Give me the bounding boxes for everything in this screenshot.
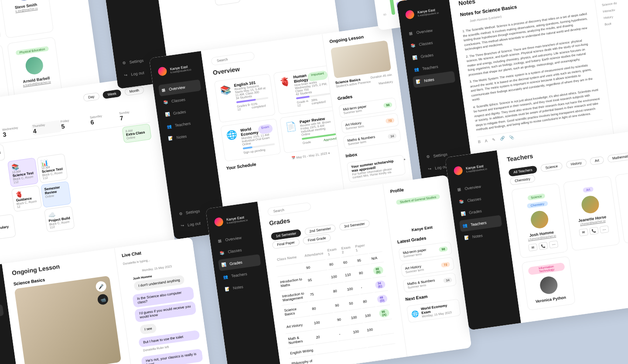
bold-icon[interactable]: B — [478, 139, 481, 144]
avatar — [24, 56, 44, 75]
phone-icon[interactable]: 📞 — [589, 227, 599, 235]
teachers-panel-2: Kanye Eastk.east@student.io ▦ Overview 📚… — [445, 125, 628, 330]
cal-event[interactable]: 📊10 AMScience TestBlock C, Room 112 — [37, 153, 68, 183]
cal-event[interactable]: 8 AMExtra ClassOnline — [122, 123, 152, 143]
avatar — [135, 349, 142, 356]
teacher-card[interactable]: Science Chemistry Josh Homme j.homme@tea… — [511, 183, 568, 259]
schedule-title: Your Schedule — [226, 162, 256, 171]
lesson-video-thumb[interactable] — [331, 40, 391, 78]
day-header: Saturday6 — [90, 112, 121, 128]
camera-icon[interactable]: 📹 — [97, 293, 109, 305]
avatar — [453, 166, 463, 176]
semester-tab[interactable]: Final Grade — [303, 234, 331, 245]
avatar — [14, 0, 34, 2]
lesson-card[interactable]: 📄 Paper Review Review with Mr. Brown Fri… — [280, 110, 342, 153]
globe-icon: 🌐 — [226, 129, 240, 156]
search-input[interactable] — [267, 202, 311, 216]
sidebar-user[interactable]: Kanye Eastk.east@student.io — [156, 60, 199, 78]
cal-event[interactable]: ☁️Project BuildBlock C, Room 112 — [44, 206, 75, 232]
ongoing-lesson: Ongoing Lesson Science BasicsDuration 45… — [329, 31, 393, 91]
cal-event[interactable]: Semester ReviewOnline — [41, 181, 71, 208]
avatar — [214, 217, 224, 227]
teacher-card[interactable]: Art Jeanette Horse j.horse@teacher.io ✉📞… — [563, 176, 620, 251]
day-header: Wednesday3 — [2, 124, 33, 140]
nav-notes[interactable]: 📝 Notes — [109, 0, 153, 1]
semester-tab[interactable]: 2nd Semester — [304, 224, 336, 236]
search-input[interactable] — [211, 51, 255, 66]
day-header: Sunday7 — [119, 108, 150, 123]
sidebar-user[interactable]: Kanye Eastk.east@student.io — [212, 211, 255, 229]
nav-notes[interactable]: 📝 Notes — [0, 340, 9, 357]
filter-chip[interactable]: Art — [590, 156, 604, 165]
edit-icon[interactable]: ✎ — [491, 137, 495, 142]
italic-icon[interactable]: A — [485, 138, 488, 143]
avatar — [405, 10, 415, 20]
avatar — [461, 18, 468, 25]
mail-icon[interactable]: ✉ — [579, 228, 588, 237]
paper-icon: 📄 — [285, 120, 300, 146]
grades-panel: Kanye Eastk.east@student.io ▦ Overview 📚… — [205, 175, 471, 364]
next-exam[interactable]: 🌐World Economy ExamMonday, 15 May 2023 — [406, 299, 461, 323]
filter-chip[interactable]: Mathematics — [607, 151, 628, 163]
link-icon[interactable]: 🔗 — [500, 136, 505, 141]
cal-event[interactable]: 🫀GuidanceBlock C, Room 12 — [11, 185, 42, 212]
avatar — [125, 277, 132, 284]
filter-chip[interactable]: Science — [540, 162, 563, 172]
view-day[interactable]: Day — [83, 92, 99, 102]
cal-event[interactable]: 📖VocabularyHall 01 — [0, 214, 16, 241]
mic-icon[interactable]: 🎤 — [95, 281, 107, 293]
lesson-card[interactable]: 📚 English 101 Reading Sessions Starts Ma… — [214, 74, 276, 123]
more-icon[interactable]: ⋯ — [549, 240, 558, 248]
avatar — [410, 204, 430, 224]
day-header: Thursday4 — [31, 120, 62, 136]
day-header: Friday5 — [61, 116, 92, 132]
avatar — [580, 195, 600, 214]
lesson-video[interactable]: 🎤 📹 — [14, 276, 122, 364]
view-week[interactable]: Week — [102, 89, 122, 99]
filter-chip[interactable]: Chemistry — [509, 174, 536, 185]
filter-chip[interactable]: History — [566, 159, 587, 169]
chat-msg: I see — [140, 323, 157, 335]
notes-content: 1. The Scientific Method: Science is a p… — [462, 12, 602, 133]
date-range[interactable]: 📅 May 01 - May 21, 2023 ▾ — [291, 151, 330, 161]
semester-tab[interactable]: 3rd Semester — [339, 219, 370, 231]
sidebar-user[interactable]: Kanye Eastk.east@student.io — [451, 160, 495, 177]
sidebar-user[interactable]: Kanye Eastk.east@student.io — [403, 3, 446, 21]
avatar — [539, 276, 559, 295]
avatar — [157, 66, 167, 76]
avatar — [530, 210, 550, 229]
semester-tab[interactable]: Final Paper — [272, 238, 300, 249]
teacher-card[interactable]: Information Technology Veronica Python — [521, 256, 575, 310]
cal-event[interactable]: 📖Vocabulary — [212, 0, 241, 6]
body-icon: 🫀 — [279, 75, 294, 109]
teacher-card[interactable]: Mathematics Donatella Ruler d.ruler@teac… — [0, 0, 1, 46]
avatar — [132, 324, 139, 331]
chat-aside: Live Chat Donatella is typing... Monday,… — [114, 237, 214, 364]
teacher-card[interactable]: Steve Smith s.six@teacher.io — [0, 0, 54, 38]
books-icon: 📚 — [219, 84, 234, 113]
more-icon[interactable]: ⋯ — [600, 225, 609, 234]
plus-icon[interactable]: + — [403, 157, 406, 162]
phone-icon[interactable]: 📞 — [539, 242, 548, 250]
mail-icon[interactable]: ✉ — [528, 243, 538, 252]
inbox-msg[interactable]: Your summer scholarship was approved!For… — [347, 155, 406, 183]
attach-icon[interactable]: 📎 — [509, 135, 514, 139]
cal-event[interactable]: 📚10 AMScience TestBlock C, Room 112 — [7, 157, 38, 187]
lesson-card[interactable]: 🌐 World EconomyExam Monday 15/5, 11 AM I… — [220, 118, 281, 161]
grades-table: Class NameAttendanceExam 1Exam 2Paper 1 … — [273, 238, 399, 364]
